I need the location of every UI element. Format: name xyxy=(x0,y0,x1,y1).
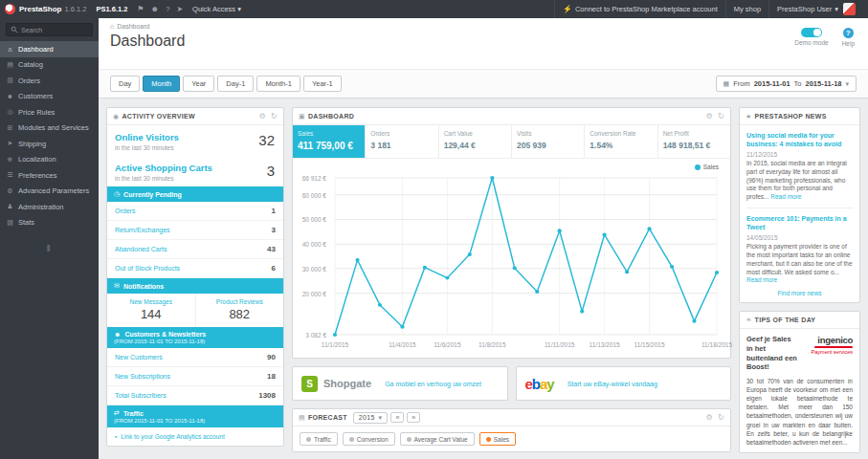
help-control: ? Help xyxy=(842,28,855,47)
gear-icon[interactable]: ⚙ xyxy=(259,112,266,120)
preferences-icon: ☰ xyxy=(6,171,14,179)
traffic-banner: ⇄ Traffic (FROM 2015-11-01 TO 2015-11-18… xyxy=(107,405,283,427)
sidebar-search[interactable] xyxy=(6,23,93,36)
date-range-picker[interactable]: ▦ From 2015-11-01 To 2015-11-18 ▾ xyxy=(716,76,857,92)
news-headline[interactable]: Using social media for your business: 4 … xyxy=(746,131,853,148)
ebay-logo-text: ebay xyxy=(525,376,554,392)
range-button-month-1[interactable]: Month-1 xyxy=(256,76,300,92)
range-button-day[interactable]: Day xyxy=(110,76,140,92)
home-icon: ⌂ xyxy=(110,23,114,30)
range-button-year[interactable]: Year xyxy=(183,76,214,92)
sidebar-item-administration[interactable]: ♟ Administration xyxy=(0,199,99,215)
help-label: Help xyxy=(842,40,855,47)
product-reviews-stat[interactable]: Product Reviews 882 xyxy=(195,294,284,327)
series-dot xyxy=(349,437,354,442)
search-input[interactable] xyxy=(21,27,88,33)
catalog-icon: ▤ xyxy=(6,61,14,69)
help-icon[interactable]: ? xyxy=(843,28,854,38)
quick-access-menu[interactable]: Quick Access ▾ xyxy=(192,5,241,13)
sidebar-item-label: Shipping xyxy=(18,140,46,148)
demo-mode-toggle[interactable] xyxy=(801,28,822,37)
range-button-year-1[interactable]: Year-1 xyxy=(303,76,342,92)
read-more-link[interactable]: Read more xyxy=(746,276,777,283)
customers-row-new-customers: New Customers 90 xyxy=(107,348,283,367)
ebay-promo-link[interactable]: Start uw eBay-winkel vandaag xyxy=(568,381,657,387)
kpi-net-profit[interactable]: Net Profit 148 918,51 € xyxy=(658,125,730,158)
shop-name-link[interactable]: PS1.6.1.2 xyxy=(96,5,127,13)
shopgate-promo-link[interactable]: Ga mobiel en verhoog uw omzet xyxy=(385,381,481,387)
forecast-next-button[interactable]: » xyxy=(407,412,420,423)
range-button-day-1[interactable]: Day-1 xyxy=(217,76,254,92)
sidebar-item-label: Customers xyxy=(18,92,53,100)
sidebar-item-catalog[interactable]: ▤ Catalog xyxy=(0,57,99,74)
user-menu[interactable]: PrestaShop User ▾ xyxy=(768,0,868,18)
my-shop-link[interactable]: My shop xyxy=(725,0,768,18)
forecast-year-select[interactable]: 2015 ▾ xyxy=(353,412,389,424)
series-dot xyxy=(486,437,491,442)
sidebar-item-localization[interactable]: ⊕ Localization xyxy=(0,152,99,168)
sidebar-item-shipping[interactable]: ➤ Shipping xyxy=(0,136,99,152)
gear-icon[interactable]: ⚙ xyxy=(706,413,713,422)
sidebar-collapse-toggle[interactable]: ‖ xyxy=(0,244,99,253)
sidebar-item-label: Modules and Services xyxy=(18,123,89,132)
panel-title: FORECAST xyxy=(308,414,347,421)
kpi-visits[interactable]: Visits 205 939 xyxy=(512,125,585,158)
forecast-panel: ▤ FORECAST 2015 ▾ « » ⚙ ↻ Traffic xyxy=(292,408,731,452)
sidebar-item-orders[interactable]: ▥ Orders xyxy=(0,73,99,89)
sidebar-item-dashboard[interactable]: ⌂ Dashboard xyxy=(0,41,99,57)
online-visitors-link[interactable]: Online Visitors xyxy=(115,132,276,142)
find-more-news-link[interactable]: Find more news xyxy=(746,290,853,296)
kpi-sales[interactable]: Sales 411 759,00 € xyxy=(293,125,366,158)
new-subscriptions-link[interactable]: New Subscriptions xyxy=(115,373,170,380)
sidebar-item-customers[interactable]: ☻ Customers xyxy=(0,89,99,105)
kpi-orders[interactable]: Orders 3 181 xyxy=(366,125,438,158)
help-topbar-icon[interactable]: ? xyxy=(166,5,169,13)
returns-link[interactable]: Return/Exchanges xyxy=(115,227,170,233)
out-of-stock-link[interactable]: Out of Stock Products xyxy=(115,265,180,272)
forecast-toggle-average-cart-value[interactable]: Average Cart Value xyxy=(400,432,475,446)
sales-chart[interactable]: Sales 66 912 €60 000 €50 000 €40 000 €30… xyxy=(293,159,730,358)
refresh-icon[interactable]: ↻ xyxy=(271,112,278,120)
boost-icon[interactable]: ➤ xyxy=(176,5,183,13)
gear-icon[interactable]: ⚙ xyxy=(706,112,713,120)
news-date: 14/05/2015 xyxy=(746,234,853,241)
active-carts-link[interactable]: Active Shopping Carts xyxy=(115,163,276,173)
employee-icon[interactable]: ☻ xyxy=(151,5,159,13)
total-subscribers-link[interactable]: Total Subscribers xyxy=(115,392,167,399)
orders-link[interactable]: Orders xyxy=(115,208,135,214)
new-messages-stat[interactable]: New Messages 144 xyxy=(107,294,195,327)
news-date: 11/12/2015 xyxy=(746,151,853,158)
storefront-icon[interactable]: ⚑ xyxy=(137,5,144,13)
forecast-toggle-conversion[interactable]: Conversion xyxy=(343,432,395,446)
sidebar-item-price-rules[interactable]: ◎ Price Rules xyxy=(0,104,99,120)
chart-legend[interactable]: Sales xyxy=(695,164,719,170)
forecast-toggle-sales[interactable]: Sales xyxy=(479,432,516,446)
breadcrumb[interactable]: ⌂ Dashboard xyxy=(110,23,857,30)
date-from: 2015-11-01 xyxy=(754,79,790,88)
forecast-prev-button[interactable]: « xyxy=(390,412,404,423)
refresh-icon[interactable]: ↻ xyxy=(718,112,724,120)
kpi-cart-value[interactable]: Cart Value 129,44 € xyxy=(439,125,512,158)
abandoned-carts-link[interactable]: Abandoned Carts xyxy=(115,246,167,252)
panel-title: PRESTASHOP NEWS xyxy=(755,113,827,120)
marketplace-link[interactable]: ⚡ Connect to PrestaShop Marketplace acco… xyxy=(554,0,725,18)
kpi-conversion-rate[interactable]: Conversion Rate 1.54% xyxy=(585,125,657,158)
news-excerpt: In 2015, social media are an integral pa… xyxy=(746,160,853,202)
notifications-banner: ✉ Notifications xyxy=(107,278,283,294)
range-button-month[interactable]: Month xyxy=(143,76,180,92)
forecast-toggle-traffic[interactable]: Traffic xyxy=(300,432,338,446)
user-avatar xyxy=(843,3,856,15)
sidebar-item-modules[interactable]: ⊞ Modules and Services xyxy=(0,120,99,137)
sidebar-item-stats[interactable]: ▨ Stats xyxy=(0,215,99,231)
refresh-icon[interactable]: ↻ xyxy=(718,413,724,422)
demo-mode-label: Demo mode xyxy=(794,39,828,46)
new-customers-link[interactable]: New Customers xyxy=(115,354,163,361)
read-more-link[interactable]: Read more xyxy=(770,193,801,200)
sidebar-item-advanced-parameters[interactable]: ⚙ Advanced Parameters xyxy=(0,184,99,200)
tips-of-the-day-panel: ☀ TIPS OF THE DAY Geef je Sales in het b… xyxy=(739,311,860,453)
chart-plot[interactable] xyxy=(335,178,717,335)
sidebar-item-preferences[interactable]: ☰ Preferences xyxy=(0,167,99,184)
news-headline[interactable]: Ecommerce 101: Payments in a Tweet xyxy=(746,214,853,231)
customers-newsletters-banner: ☻ Customers & Newsletters (FROM 2015-11-… xyxy=(107,327,283,348)
google-analytics-link[interactable]: ▪ Link to your Google Analytics account xyxy=(107,427,283,446)
